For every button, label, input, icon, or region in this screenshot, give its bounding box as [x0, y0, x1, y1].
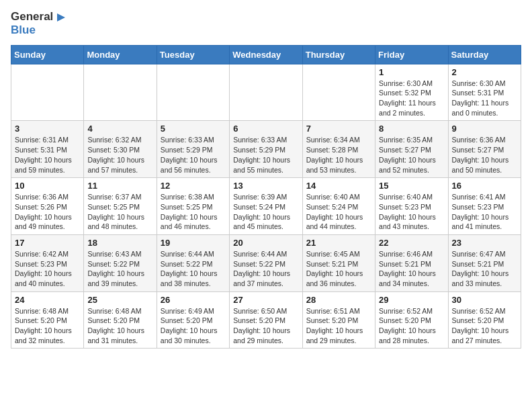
calendar-cell: 22Sunrise: 6:46 AM Sunset: 5:21 PM Dayli…	[375, 234, 448, 291]
cell-info: Sunrise: 6:34 AM Sunset: 5:28 PM Dayligh…	[306, 135, 371, 175]
day-number: 11	[87, 181, 152, 191]
day-number: 19	[161, 238, 226, 248]
logo: General Blue	[11, 11, 68, 37]
day-number: 12	[161, 181, 226, 191]
logo-arrow-icon	[54, 11, 68, 24]
calendar-cell: 2Sunrise: 6:30 AM Sunset: 5:31 PM Daylig…	[448, 64, 521, 121]
calendar-table: SundayMondayTuesdayWednesdayThursdayFrid…	[11, 45, 521, 349]
header-sunday: Sunday	[11, 45, 84, 64]
cell-info: Sunrise: 6:46 AM Sunset: 5:21 PM Dayligh…	[379, 249, 444, 289]
calendar-cell: 28Sunrise: 6:51 AM Sunset: 5:20 PM Dayli…	[302, 291, 375, 349]
calendar-cell: 26Sunrise: 6:49 AM Sunset: 5:20 PM Dayli…	[157, 291, 229, 349]
calendar-cell: 10Sunrise: 6:36 AM Sunset: 5:26 PM Dayli…	[11, 178, 84, 235]
day-number: 26	[161, 295, 226, 305]
day-number: 16	[452, 181, 517, 191]
cell-info: Sunrise: 6:51 AM Sunset: 5:20 PM Dayligh…	[306, 306, 371, 346]
calendar-cell: 14Sunrise: 6:40 AM Sunset: 5:24 PM Dayli…	[302, 178, 375, 235]
cell-info: Sunrise: 6:49 AM Sunset: 5:20 PM Dayligh…	[161, 306, 226, 346]
day-number: 15	[379, 181, 444, 191]
cell-info: Sunrise: 6:40 AM Sunset: 5:23 PM Dayligh…	[379, 192, 444, 232]
calendar-cell: 13Sunrise: 6:39 AM Sunset: 5:24 PM Dayli…	[230, 178, 302, 235]
header-monday: Monday	[84, 45, 157, 64]
week-row-4: 17Sunrise: 6:42 AM Sunset: 5:23 PM Dayli…	[11, 234, 521, 291]
cell-info: Sunrise: 6:35 AM Sunset: 5:27 PM Dayligh…	[379, 135, 444, 175]
cell-info: Sunrise: 6:36 AM Sunset: 5:27 PM Dayligh…	[452, 135, 517, 175]
cell-info: Sunrise: 6:33 AM Sunset: 5:29 PM Dayligh…	[233, 135, 298, 175]
header-thursday: Thursday	[302, 45, 375, 64]
cell-info: Sunrise: 6:38 AM Sunset: 5:25 PM Dayligh…	[161, 192, 226, 232]
day-number: 4	[87, 124, 152, 134]
header-tuesday: Tuesday	[157, 45, 229, 64]
day-number: 28	[306, 295, 371, 305]
day-number: 7	[306, 124, 371, 134]
day-number: 9	[452, 124, 517, 134]
day-number: 2	[452, 67, 517, 77]
day-number: 14	[306, 181, 371, 191]
cell-info: Sunrise: 6:42 AM Sunset: 5:23 PM Dayligh…	[15, 249, 80, 289]
day-number: 10	[15, 181, 80, 191]
calendar-cell: 30Sunrise: 6:52 AM Sunset: 5:20 PM Dayli…	[448, 291, 521, 349]
cell-info: Sunrise: 6:52 AM Sunset: 5:20 PM Dayligh…	[379, 306, 444, 346]
cell-info: Sunrise: 6:30 AM Sunset: 5:32 PM Dayligh…	[379, 79, 444, 118]
cell-info: Sunrise: 6:44 AM Sunset: 5:22 PM Dayligh…	[233, 249, 298, 289]
calendar-cell	[230, 64, 302, 121]
calendar-cell: 25Sunrise: 6:48 AM Sunset: 5:20 PM Dayli…	[84, 291, 157, 349]
week-row-1: 1Sunrise: 6:30 AM Sunset: 5:32 PM Daylig…	[11, 64, 521, 121]
header-saturday: Saturday	[448, 45, 521, 64]
day-number: 17	[15, 238, 80, 248]
cell-info: Sunrise: 6:40 AM Sunset: 5:24 PM Dayligh…	[306, 192, 371, 232]
cell-info: Sunrise: 6:52 AM Sunset: 5:20 PM Dayligh…	[452, 306, 517, 346]
day-number: 5	[161, 124, 226, 134]
calendar-cell	[84, 64, 157, 121]
week-row-5: 24Sunrise: 6:48 AM Sunset: 5:20 PM Dayli…	[11, 291, 521, 349]
cell-info: Sunrise: 6:30 AM Sunset: 5:31 PM Dayligh…	[452, 79, 517, 118]
calendar-cell: 20Sunrise: 6:44 AM Sunset: 5:22 PM Dayli…	[230, 234, 302, 291]
calendar-cell: 18Sunrise: 6:43 AM Sunset: 5:22 PM Dayli…	[84, 234, 157, 291]
day-number: 25	[87, 295, 152, 305]
cell-info: Sunrise: 6:50 AM Sunset: 5:20 PM Dayligh…	[233, 306, 298, 346]
calendar-cell: 11Sunrise: 6:37 AM Sunset: 5:25 PM Dayli…	[84, 178, 157, 235]
calendar-cell: 12Sunrise: 6:38 AM Sunset: 5:25 PM Dayli…	[157, 178, 229, 235]
calendar-cell	[11, 64, 84, 121]
header-row: SundayMondayTuesdayWednesdayThursdayFrid…	[11, 45, 521, 64]
calendar-cell: 21Sunrise: 6:45 AM Sunset: 5:21 PM Dayli…	[302, 234, 375, 291]
cell-info: Sunrise: 6:48 AM Sunset: 5:20 PM Dayligh…	[15, 306, 80, 346]
calendar-cell: 15Sunrise: 6:40 AM Sunset: 5:23 PM Dayli…	[375, 178, 448, 235]
day-number: 30	[452, 295, 517, 305]
cell-info: Sunrise: 6:45 AM Sunset: 5:21 PM Dayligh…	[306, 249, 371, 289]
cell-info: Sunrise: 6:47 AM Sunset: 5:21 PM Dayligh…	[452, 249, 517, 289]
calendar-cell: 5Sunrise: 6:33 AM Sunset: 5:29 PM Daylig…	[157, 121, 229, 178]
day-number: 27	[233, 295, 298, 305]
day-number: 29	[379, 295, 444, 305]
day-number: 21	[306, 238, 371, 248]
calendar-cell: 3Sunrise: 6:31 AM Sunset: 5:31 PM Daylig…	[11, 121, 84, 178]
calendar-cell: 16Sunrise: 6:41 AM Sunset: 5:23 PM Dayli…	[448, 178, 521, 235]
svg-marker-0	[57, 13, 65, 21]
day-number: 22	[379, 238, 444, 248]
cell-info: Sunrise: 6:44 AM Sunset: 5:22 PM Dayligh…	[161, 249, 226, 289]
calendar-cell: 23Sunrise: 6:47 AM Sunset: 5:21 PM Dayli…	[448, 234, 521, 291]
cell-info: Sunrise: 6:48 AM Sunset: 5:20 PM Dayligh…	[87, 306, 152, 346]
day-number: 3	[15, 124, 80, 134]
logo-text: General Blue	[11, 11, 68, 37]
day-number: 8	[379, 124, 444, 134]
calendar-cell: 6Sunrise: 6:33 AM Sunset: 5:29 PM Daylig…	[230, 121, 302, 178]
week-row-2: 3Sunrise: 6:31 AM Sunset: 5:31 PM Daylig…	[11, 121, 521, 178]
calendar-cell	[157, 64, 229, 121]
day-number: 6	[233, 124, 298, 134]
day-number: 18	[87, 238, 152, 248]
cell-info: Sunrise: 6:41 AM Sunset: 5:23 PM Dayligh…	[452, 192, 517, 232]
header-friday: Friday	[375, 45, 448, 64]
cell-info: Sunrise: 6:36 AM Sunset: 5:26 PM Dayligh…	[15, 192, 80, 232]
cell-info: Sunrise: 6:37 AM Sunset: 5:25 PM Dayligh…	[87, 192, 152, 232]
cell-info: Sunrise: 6:33 AM Sunset: 5:29 PM Dayligh…	[161, 135, 226, 175]
header-wednesday: Wednesday	[230, 45, 302, 64]
day-number: 1	[379, 67, 444, 77]
day-number: 24	[15, 295, 80, 305]
calendar-cell: 9Sunrise: 6:36 AM Sunset: 5:27 PM Daylig…	[448, 121, 521, 178]
calendar-cell: 27Sunrise: 6:50 AM Sunset: 5:20 PM Dayli…	[230, 291, 302, 349]
calendar-cell: 24Sunrise: 6:48 AM Sunset: 5:20 PM Dayli…	[11, 291, 84, 349]
calendar-cell: 19Sunrise: 6:44 AM Sunset: 5:22 PM Dayli…	[157, 234, 229, 291]
day-number: 13	[233, 181, 298, 191]
cell-info: Sunrise: 6:31 AM Sunset: 5:31 PM Dayligh…	[15, 135, 80, 175]
